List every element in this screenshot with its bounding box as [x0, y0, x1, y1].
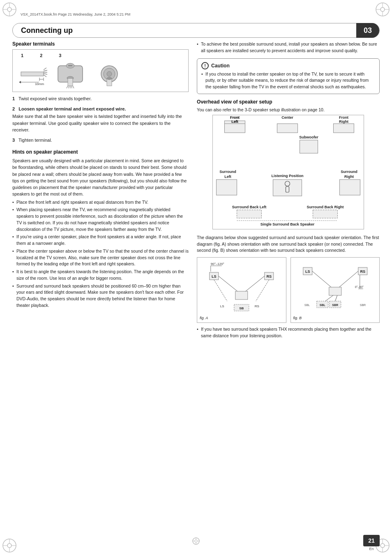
hints-title: Hints on speaker placement — [12, 149, 189, 155]
page-number-area: 21 En — [363, 535, 380, 551]
hints-bullets: Place the front left and right speakers … — [12, 199, 189, 309]
svg-text:LS: LS — [212, 274, 217, 279]
svg-line-32 — [44, 70, 47, 71]
caution-title-text: Caution — [211, 63, 230, 69]
chapter-badge: 03 — [356, 23, 379, 38]
terminal-num-3: 3 — [59, 53, 61, 58]
svg-line-47 — [67, 86, 68, 88]
svg-text:SBR: SBR — [332, 304, 338, 306]
terminals-numbers: 1 2 3 — [17, 53, 184, 58]
corner-decoration-bl — [2, 538, 17, 553]
svg-rect-46 — [68, 78, 73, 86]
svg-point-19 — [380, 543, 385, 548]
svg-text:RS: RS — [360, 269, 365, 274]
svg-line-119 — [325, 295, 333, 301]
svg-rect-76 — [340, 180, 360, 195]
page-lang: En — [369, 547, 374, 551]
fig-b-svg: LS RS 0°–60° SBL — [293, 260, 377, 313]
svg-text:Right: Right — [339, 120, 348, 124]
speaker-layout-svg: Front Left Front Left Center Front Right… — [197, 115, 380, 230]
step2-title: Loosen speaker terminal and insert expos… — [18, 106, 126, 111]
svg-text:LS: LS — [220, 304, 224, 308]
svg-text:Listening Position: Listening Position — [272, 174, 304, 178]
caution-icon: ! — [201, 62, 209, 69]
svg-text:0°–60°: 0°–60° — [355, 286, 363, 288]
svg-point-56 — [107, 77, 112, 80]
fig-a-label: fig. A — [200, 316, 283, 320]
hint-bullet-2: When placing speakers near the TV, we re… — [12, 207, 189, 233]
svg-line-120 — [335, 295, 337, 301]
speaker-terminals-title: Speaker terminals — [12, 41, 189, 47]
svg-rect-100 — [235, 291, 248, 299]
svg-line-50 — [71, 86, 72, 88]
bottom-center-crosshair — [191, 536, 201, 547]
hint-bullet-3: If you're using a center speaker, place … — [12, 234, 189, 247]
svg-rect-63 — [225, 124, 245, 133]
thx-bullet-text: If you have two surround back speakers T… — [201, 327, 371, 338]
svg-text:SBR: SBR — [360, 304, 365, 306]
right-column: To achieve the best possible surround so… — [197, 41, 380, 534]
caution-box: ! Caution If you choose to install the c… — [197, 58, 380, 94]
svg-rect-84 — [313, 210, 338, 218]
svg-line-48 — [69, 86, 69, 88]
svg-rect-70 — [300, 140, 318, 153]
step3: 3 Tighten terminal. — [12, 137, 189, 144]
svg-line-51 — [73, 86, 74, 88]
svg-line-96 — [214, 280, 227, 301]
svg-text:Left: Left — [224, 175, 231, 179]
header-bar: Connecting up 03 — [12, 23, 380, 38]
svg-text:Center: Center — [281, 115, 293, 120]
svg-rect-112 — [329, 287, 341, 295]
svg-text:Single Surround Back Speaker: Single Surround Back Speaker — [261, 222, 315, 226]
terminal-num-1: 1 — [21, 53, 23, 58]
caution-title-row: ! Caution — [201, 62, 375, 69]
svg-text:Subwoofer: Subwoofer — [299, 135, 318, 139]
svg-text:Surround Back Left: Surround Back Left — [232, 205, 267, 209]
caution-text: If you choose to install the center spea… — [201, 71, 375, 90]
main-content: Speaker terminals 1 2 3 — [12, 41, 380, 534]
svg-text:Left: Left — [231, 120, 238, 124]
fig-b-container: LS RS 0°–60° SBL — [291, 257, 380, 323]
svg-point-1 — [7, 7, 12, 12]
step3-text: Tighten terminal. — [18, 138, 52, 143]
terminal-diagram-svg: 10mm — [17, 60, 132, 88]
svg-point-25 — [195, 540, 197, 542]
svg-text:Front: Front — [339, 115, 348, 120]
thx-bullet: • If you have two surround back speakers… — [197, 326, 380, 339]
step2-label: 2 — [12, 106, 15, 111]
overhead-section: Overhead view of speaker setup You can a… — [197, 99, 380, 230]
svg-marker-41 — [19, 81, 21, 83]
fig-diagrams: 90°–120° LS RS LS — [197, 257, 380, 323]
hint-bullet-1: Place the front left and right speakers … — [12, 199, 189, 206]
svg-text:Surround Back Right: Surround Back Right — [307, 205, 344, 209]
terminal-num-2: 2 — [40, 53, 42, 58]
svg-line-35 — [44, 75, 46, 77]
overhead-subtitle: You can also refer to the 3-D speaker se… — [197, 107, 380, 112]
svg-rect-30 — [21, 72, 44, 76]
hint-bullet-4: Place the center speaker above or below … — [12, 248, 189, 267]
svg-text:SBL: SBL — [319, 304, 325, 306]
svg-text:SBL: SBL — [304, 304, 309, 306]
hints-intro: Speakers are usually designed with a par… — [12, 157, 189, 198]
svg-text:RS: RS — [255, 304, 259, 308]
fig-b-label: fig. B — [293, 316, 377, 320]
page-title: Connecting up — [21, 26, 371, 35]
svg-line-95 — [244, 276, 265, 293]
svg-line-107 — [312, 271, 333, 289]
svg-text:Front: Front — [230, 115, 240, 120]
svg-line-98 — [256, 280, 269, 301]
step3-label: 3 — [12, 138, 15, 143]
page-number: 21 — [363, 535, 380, 546]
step1-label: 1 — [12, 96, 15, 101]
svg-point-13 — [7, 543, 12, 548]
svg-rect-65 — [277, 124, 298, 133]
speaker-terminals-section: Speaker terminals 1 2 3 — [12, 41, 189, 143]
svg-text:90°–120°: 90°–120° — [211, 262, 224, 266]
fig-a-container: 90°–120° LS RS LS — [197, 257, 286, 323]
overhead-title: Overhead view of speaker setup — [197, 99, 380, 105]
step2-body: Make sure that all the bare speaker wire… — [12, 113, 189, 134]
svg-rect-78 — [273, 180, 302, 196]
svg-text:Surround: Surround — [341, 170, 357, 174]
left-column: Speaker terminals 1 2 3 — [12, 41, 189, 534]
svg-rect-82 — [237, 210, 262, 218]
